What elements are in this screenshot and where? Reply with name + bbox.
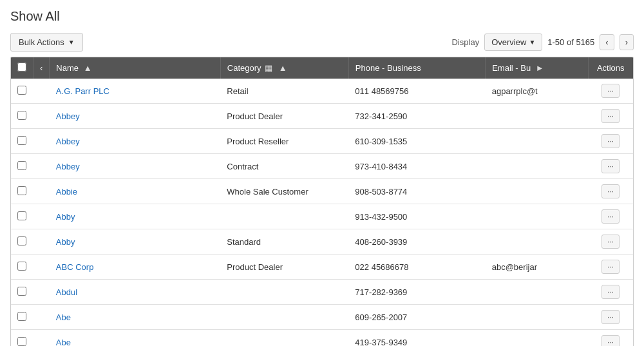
- table-row: Abe 419-375-9349 ···: [11, 330, 633, 347]
- row-collapse-cell: [33, 179, 50, 204]
- row-phone: 610-309-1535: [348, 129, 485, 154]
- row-collapse-cell: [33, 79, 50, 104]
- th-phone[interactable]: Phone - Business: [348, 57, 485, 79]
- bulk-actions-button[interactable]: Bulk Actions ▼: [10, 33, 83, 52]
- row-actions-button[interactable]: ···: [601, 209, 620, 224]
- th-email-label: Email - Bu: [492, 63, 531, 73]
- page-container: Show All Bulk Actions ▼ Display Overview…: [0, 0, 644, 346]
- table-row: Abbey Product Dealer 732-341-2590 ···: [11, 104, 633, 129]
- row-actions-button[interactable]: ···: [601, 260, 620, 274]
- row-actions-cell: ···: [588, 154, 633, 179]
- row-actions-button[interactable]: ···: [601, 159, 620, 173]
- row-actions-cell: ···: [588, 79, 633, 104]
- overview-label: Overview: [491, 37, 526, 47]
- table-row: Abby Standard 408-260-3939 ···: [11, 229, 633, 255]
- row-collapse-cell: [33, 280, 50, 305]
- select-all-checkbox[interactable]: [17, 62, 26, 72]
- page-title: Show All: [10, 9, 634, 24]
- row-checkbox-cell: [11, 280, 33, 305]
- th-phone-label: Phone - Business: [355, 63, 421, 73]
- row-name[interactable]: Abe: [50, 305, 220, 330]
- row-name[interactable]: Abbie: [50, 179, 220, 204]
- row-actions-button[interactable]: ···: [601, 134, 620, 148]
- prev-page-button[interactable]: ‹: [600, 34, 614, 50]
- row-checkbox[interactable]: [17, 312, 26, 321]
- row-checkbox[interactable]: [17, 161, 26, 170]
- table-row: Abby 913-432-9500 ···: [11, 204, 633, 229]
- row-collapse-cell: [33, 129, 50, 154]
- row-actions-cell: ···: [588, 204, 633, 229]
- row-actions-cell: ···: [588, 305, 633, 330]
- row-checkbox[interactable]: [17, 86, 26, 95]
- row-actions-button[interactable]: ···: [601, 84, 620, 98]
- row-name[interactable]: Abby: [50, 204, 220, 229]
- row-collapse-cell: [33, 330, 50, 347]
- row-category: Retail: [220, 79, 348, 104]
- row-category: [220, 280, 348, 305]
- row-actions-button[interactable]: ···: [601, 184, 620, 198]
- row-name[interactable]: Abby: [50, 229, 220, 255]
- table-row: Abdul 717-282-9369 ···: [11, 280, 633, 305]
- row-checkbox[interactable]: [17, 236, 26, 245]
- row-actions-button[interactable]: ···: [601, 109, 620, 123]
- row-checkbox[interactable]: [17, 337, 26, 346]
- row-name[interactable]: ABC Corp: [50, 255, 220, 280]
- row-name[interactable]: Abe: [50, 330, 220, 347]
- row-checkbox[interactable]: [17, 287, 26, 296]
- row-checkbox-cell: [11, 204, 33, 229]
- row-collapse-cell: [33, 229, 50, 255]
- toolbar-right: Display Overview ▼ 1-50 of 5165 ‹ ›: [452, 34, 634, 51]
- row-actions-button[interactable]: ···: [601, 310, 620, 324]
- row-checkbox[interactable]: [17, 262, 26, 271]
- th-actions-label: Actions: [597, 63, 625, 73]
- row-email: abc@berijar: [486, 255, 588, 280]
- row-phone: 913-432-9500: [348, 204, 485, 229]
- row-actions-cell: ···: [588, 330, 633, 347]
- row-actions-button[interactable]: ···: [601, 335, 620, 346]
- row-email: agparrplc@t: [486, 79, 588, 104]
- row-collapse-cell: [33, 154, 50, 179]
- row-email: [486, 305, 588, 330]
- table-body: A.G. Parr PLC Retail 011 48569756 agparr…: [11, 79, 633, 346]
- sort-icon: ►: [536, 63, 544, 73]
- accounts-table: ‹ Name ▲ Category ▦ ▲ Phone - Business: [11, 57, 633, 346]
- row-category: [220, 204, 348, 229]
- th-name-label: Name: [56, 63, 79, 73]
- row-checkbox[interactable]: [17, 186, 26, 195]
- th-name[interactable]: Name ▲: [50, 57, 220, 79]
- th-collapse[interactable]: ‹: [33, 57, 50, 79]
- row-collapse-cell: [33, 104, 50, 129]
- table-row: Abbie Whole Sale Customer 908-503-8774 ·…: [11, 179, 633, 204]
- sort-asc-icon: ▲: [84, 63, 92, 73]
- row-checkbox-cell: [11, 129, 33, 154]
- row-name[interactable]: Abbey: [50, 104, 220, 129]
- display-label: Display: [452, 37, 480, 47]
- th-category[interactable]: Category ▦ ▲: [220, 57, 348, 79]
- row-checkbox[interactable]: [17, 111, 26, 120]
- row-checkbox-cell: [11, 305, 33, 330]
- row-actions-cell: ···: [588, 280, 633, 305]
- th-email[interactable]: Email - Bu ►: [486, 57, 588, 79]
- row-actions-button[interactable]: ···: [601, 285, 620, 299]
- row-phone: 022 45686678: [348, 255, 485, 280]
- row-category: Standard: [220, 229, 348, 255]
- row-collapse-cell: [33, 305, 50, 330]
- row-collapse-cell: [33, 204, 50, 229]
- row-name[interactable]: Abbey: [50, 154, 220, 179]
- row-actions-button[interactable]: ···: [601, 235, 620, 249]
- th-category-label: Category: [227, 63, 261, 73]
- row-checkbox-cell: [11, 79, 33, 104]
- row-actions-cell: ···: [588, 255, 633, 280]
- row-name[interactable]: Abdul: [50, 280, 220, 305]
- row-category: Whole Sale Customer: [220, 179, 348, 204]
- row-checkbox[interactable]: [17, 211, 26, 220]
- row-phone: 973-410-8434: [348, 154, 485, 179]
- overview-button[interactable]: Overview ▼: [484, 34, 542, 51]
- toolbar: Bulk Actions ▼ Display Overview ▼ 1-50 o…: [10, 33, 634, 52]
- row-name[interactable]: Abbey: [50, 129, 220, 154]
- row-checkbox-cell: [11, 154, 33, 179]
- next-page-button[interactable]: ›: [620, 34, 634, 50]
- row-name[interactable]: A.G. Parr PLC: [50, 79, 220, 104]
- row-email: [486, 280, 588, 305]
- row-checkbox[interactable]: [17, 136, 26, 145]
